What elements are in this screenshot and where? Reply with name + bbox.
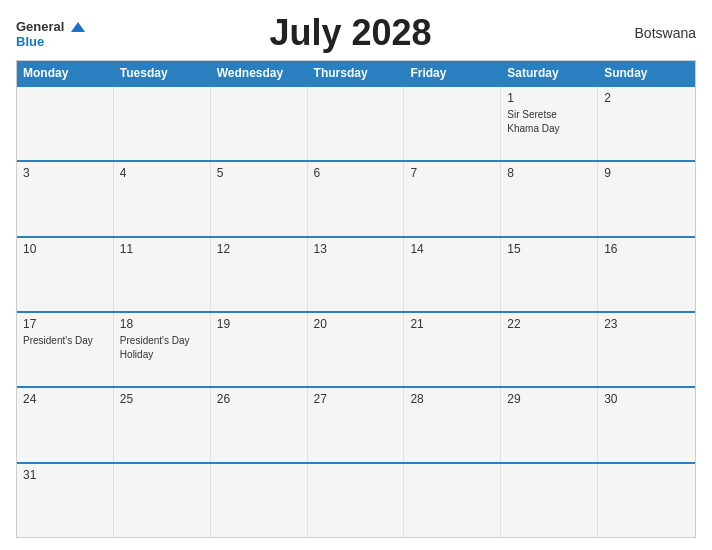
day-number: 12 (217, 242, 301, 256)
calendar-cell: 26 (211, 388, 308, 461)
day-number: 23 (604, 317, 689, 331)
calendar-cell (211, 464, 308, 537)
calendar-body: 1Sir Seretse Khama Day234567891011121314… (17, 85, 695, 537)
header-day-monday: Monday (17, 61, 114, 85)
day-number: 26 (217, 392, 301, 406)
calendar-cell (598, 464, 695, 537)
header-day-thursday: Thursday (308, 61, 405, 85)
calendar-cell: 4 (114, 162, 211, 235)
calendar-row-1: 3456789 (17, 160, 695, 235)
header: General Blue July 2028 Botswana (16, 12, 696, 54)
header-day-friday: Friday (404, 61, 501, 85)
day-number: 18 (120, 317, 204, 331)
holiday-label: Sir Seretse Khama Day (507, 109, 559, 134)
day-number: 15 (507, 242, 591, 256)
calendar-cell: 16 (598, 238, 695, 311)
day-number: 21 (410, 317, 494, 331)
calendar-cell: 17President's Day (17, 313, 114, 386)
day-number: 22 (507, 317, 591, 331)
logo: General Blue (16, 17, 85, 49)
holiday-label: President's Day (23, 335, 93, 346)
day-number: 10 (23, 242, 107, 256)
calendar-row-4: 24252627282930 (17, 386, 695, 461)
day-number: 1 (507, 91, 591, 105)
calendar-row-5: 31 (17, 462, 695, 537)
calendar-cell (114, 87, 211, 160)
day-number: 8 (507, 166, 591, 180)
calendar-cell: 14 (404, 238, 501, 311)
calendar-cell (114, 464, 211, 537)
day-number: 20 (314, 317, 398, 331)
calendar-cell: 3 (17, 162, 114, 235)
calendar-row-0: 1Sir Seretse Khama Day2 (17, 85, 695, 160)
day-number: 29 (507, 392, 591, 406)
calendar-cell: 13 (308, 238, 405, 311)
calendar-cell (501, 464, 598, 537)
day-number: 11 (120, 242, 204, 256)
calendar-title: July 2028 (85, 12, 616, 54)
day-number: 2 (604, 91, 689, 105)
day-number: 4 (120, 166, 204, 180)
calendar-cell (308, 464, 405, 537)
day-number: 13 (314, 242, 398, 256)
calendar-row-3: 17President's Day18President's Day Holid… (17, 311, 695, 386)
logo-triangle-icon (71, 22, 85, 32)
page: General Blue July 2028 Botswana MondayTu… (0, 0, 712, 550)
calendar-cell: 28 (404, 388, 501, 461)
calendar-cell: 30 (598, 388, 695, 461)
calendar-cell: 25 (114, 388, 211, 461)
calendar-row-2: 10111213141516 (17, 236, 695, 311)
calendar-cell: 2 (598, 87, 695, 160)
calendar-cell (308, 87, 405, 160)
calendar-cell: 27 (308, 388, 405, 461)
calendar-cell: 20 (308, 313, 405, 386)
day-number: 16 (604, 242, 689, 256)
calendar-cell: 24 (17, 388, 114, 461)
calendar-cell: 5 (211, 162, 308, 235)
header-day-saturday: Saturday (501, 61, 598, 85)
day-number: 3 (23, 166, 107, 180)
calendar-header: MondayTuesdayWednesdayThursdayFridaySatu… (17, 61, 695, 85)
logo-general: General (16, 17, 85, 35)
day-number: 19 (217, 317, 301, 331)
calendar-cell: 21 (404, 313, 501, 386)
calendar-cell: 9 (598, 162, 695, 235)
calendar-cell: 7 (404, 162, 501, 235)
calendar-cell (211, 87, 308, 160)
day-number: 14 (410, 242, 494, 256)
calendar-cell: 11 (114, 238, 211, 311)
calendar: MondayTuesdayWednesdayThursdayFridaySatu… (16, 60, 696, 538)
day-number: 31 (23, 468, 107, 482)
day-number: 5 (217, 166, 301, 180)
calendar-cell: 15 (501, 238, 598, 311)
day-number: 30 (604, 392, 689, 406)
calendar-cell: 12 (211, 238, 308, 311)
calendar-cell: 6 (308, 162, 405, 235)
calendar-cell: 10 (17, 238, 114, 311)
calendar-cell: 8 (501, 162, 598, 235)
calendar-cell: 22 (501, 313, 598, 386)
holiday-label: President's Day Holiday (120, 335, 190, 360)
calendar-cell: 1Sir Seretse Khama Day (501, 87, 598, 160)
calendar-cell: 29 (501, 388, 598, 461)
calendar-cell (404, 464, 501, 537)
calendar-cell (17, 87, 114, 160)
calendar-cell: 18President's Day Holiday (114, 313, 211, 386)
header-day-wednesday: Wednesday (211, 61, 308, 85)
day-number: 6 (314, 166, 398, 180)
day-number: 27 (314, 392, 398, 406)
day-number: 9 (604, 166, 689, 180)
day-number: 17 (23, 317, 107, 331)
header-day-sunday: Sunday (598, 61, 695, 85)
day-number: 28 (410, 392, 494, 406)
calendar-cell (404, 87, 501, 160)
calendar-cell: 23 (598, 313, 695, 386)
country-label: Botswana (616, 25, 696, 41)
day-number: 24 (23, 392, 107, 406)
day-number: 25 (120, 392, 204, 406)
calendar-cell: 19 (211, 313, 308, 386)
header-day-tuesday: Tuesday (114, 61, 211, 85)
day-number: 7 (410, 166, 494, 180)
calendar-cell: 31 (17, 464, 114, 537)
logo-blue: Blue (16, 35, 85, 49)
